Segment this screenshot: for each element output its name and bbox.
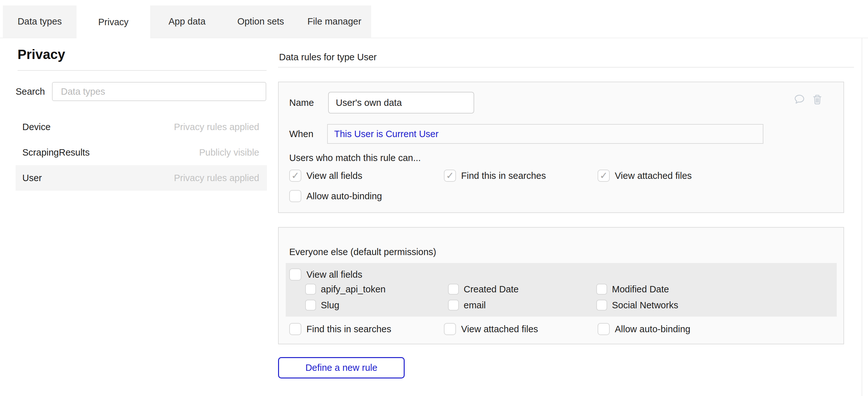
checkbox-label: View all fields xyxy=(306,269,362,280)
checkbox-box[interactable] xyxy=(444,323,456,335)
tab-data-types[interactable]: Data types xyxy=(3,5,76,38)
panel-right-border xyxy=(862,38,862,396)
checkbox-field-email[interactable]: email xyxy=(448,300,596,310)
data-type-status: Privacy rules applied xyxy=(174,173,259,183)
checkbox-label: Find this in searches xyxy=(306,324,391,334)
data-type-list: Device Privacy rules applied ScrapingRes… xyxy=(16,114,267,191)
when-row: When This User is Current User xyxy=(289,124,764,144)
fields-grid: apify_api_token Created Date Modified Da… xyxy=(305,284,678,310)
checkbox-box[interactable] xyxy=(289,190,301,202)
checkbox-box[interactable] xyxy=(444,170,456,182)
checkbox-view-all-fields[interactable]: View all fields xyxy=(289,170,444,182)
search-label: Search xyxy=(16,86,52,97)
checkbox-box[interactable] xyxy=(597,170,610,182)
checkbox-field-modified-date[interactable]: Modified Date xyxy=(596,284,678,295)
rule-permissions-grid: View all fields Find this in searches Vi… xyxy=(289,170,692,202)
tab-privacy[interactable]: Privacy xyxy=(76,5,150,38)
checkbox-box[interactable] xyxy=(305,300,316,310)
tab-bar: Data types Privacy App data Option sets … xyxy=(3,5,371,38)
checkbox-label: Find this in searches xyxy=(461,171,546,181)
checkbox-label: Allow auto-binding xyxy=(306,191,382,202)
when-condition-box[interactable]: This User is Current User xyxy=(327,124,764,144)
tab-app-data[interactable]: App data xyxy=(150,5,224,38)
page-title: Privacy xyxy=(18,47,65,62)
checkbox-box[interactable] xyxy=(305,284,316,295)
checkbox-allow-auto-binding[interactable]: Allow auto-binding xyxy=(289,190,444,202)
name-row: Name xyxy=(289,92,474,114)
checkbox-label: Allow auto-binding xyxy=(615,324,690,334)
checkbox-label: View attached files xyxy=(615,171,692,181)
checkbox-label: apify_api_token xyxy=(321,284,385,295)
when-condition-link[interactable]: This User is Current User xyxy=(334,129,438,139)
checkbox-default-view-all-fields[interactable]: View all fields xyxy=(289,269,362,281)
list-item-device[interactable]: Device Privacy rules applied xyxy=(16,114,267,140)
default-card-title: Everyone else (default permissions) xyxy=(289,247,436,257)
checkbox-box[interactable] xyxy=(596,300,607,310)
rule-name-input[interactable] xyxy=(328,92,474,114)
checkbox-box[interactable] xyxy=(597,323,610,335)
checkbox-label: Social Networks xyxy=(612,300,678,310)
privacy-settings-screen: Data types Privacy App data Option sets … xyxy=(0,0,868,396)
checkbox-label: Created Date xyxy=(464,284,519,295)
when-label: When xyxy=(289,129,327,139)
sidebar-divider xyxy=(18,70,267,71)
data-type-status: Publicly visible xyxy=(199,147,259,158)
name-label: Name xyxy=(289,97,328,108)
define-new-rule-button[interactable]: Define a new rule xyxy=(278,357,405,378)
checkbox-box[interactable] xyxy=(596,284,607,295)
rule-card: Name When This User is Current xyxy=(278,82,844,213)
checkbox-field-apify-api-token[interactable]: apify_api_token xyxy=(305,284,448,295)
checkbox-box[interactable] xyxy=(448,284,459,295)
checkbox-default-view-attached-files[interactable]: View attached files xyxy=(444,323,597,335)
checkbox-view-attached-files[interactable]: View attached files xyxy=(597,170,692,182)
data-type-name: ScrapingResults xyxy=(22,147,90,158)
checkbox-box[interactable] xyxy=(289,170,301,182)
list-item-scrapingresults[interactable]: ScrapingResults Publicly visible xyxy=(16,140,267,165)
search-input[interactable] xyxy=(52,82,266,101)
data-type-name: User xyxy=(22,173,42,183)
checkbox-label: Slug xyxy=(321,300,339,310)
default-other-permissions: Find this in searches View attached file… xyxy=(289,323,690,335)
content-heading: Data rules for type User xyxy=(279,52,377,62)
content-divider xyxy=(278,67,854,68)
fields-section: View all fields apify_api_token Created … xyxy=(286,263,837,316)
tab-file-manager[interactable]: File manager xyxy=(298,5,371,38)
checkbox-label: Modified Date xyxy=(612,284,669,295)
checkbox-box[interactable] xyxy=(289,269,301,281)
comment-icon[interactable] xyxy=(794,93,806,105)
checkbox-box[interactable] xyxy=(289,323,301,335)
checkbox-field-slug[interactable]: Slug xyxy=(305,300,448,310)
checkbox-default-find-this-in-searches[interactable]: Find this in searches xyxy=(289,323,444,335)
checkbox-find-this-in-searches[interactable]: Find this in searches xyxy=(444,170,597,182)
permissions-intro: Users who match this rule can... xyxy=(289,153,421,163)
checkbox-field-social-networks[interactable]: Social Networks xyxy=(596,300,678,310)
tab-option-sets[interactable]: Option sets xyxy=(224,5,298,38)
checkbox-label: View attached files xyxy=(461,324,538,334)
checkbox-box[interactable] xyxy=(448,300,459,310)
checkbox-field-created-date[interactable]: Created Date xyxy=(448,284,596,295)
checkbox-default-allow-auto-binding[interactable]: Allow auto-binding xyxy=(597,323,690,335)
default-permissions-card: Everyone else (default permissions) View… xyxy=(278,227,844,344)
list-item-user[interactable]: User Privacy rules applied xyxy=(16,165,267,191)
checkbox-label: email xyxy=(464,300,486,310)
checkbox-label: View all fields xyxy=(306,171,362,181)
data-type-status: Privacy rules applied xyxy=(174,122,259,132)
trash-icon[interactable] xyxy=(811,93,824,105)
rule-card-actions xyxy=(794,93,824,105)
search-row: Search xyxy=(16,82,266,101)
data-type-name: Device xyxy=(22,122,51,132)
